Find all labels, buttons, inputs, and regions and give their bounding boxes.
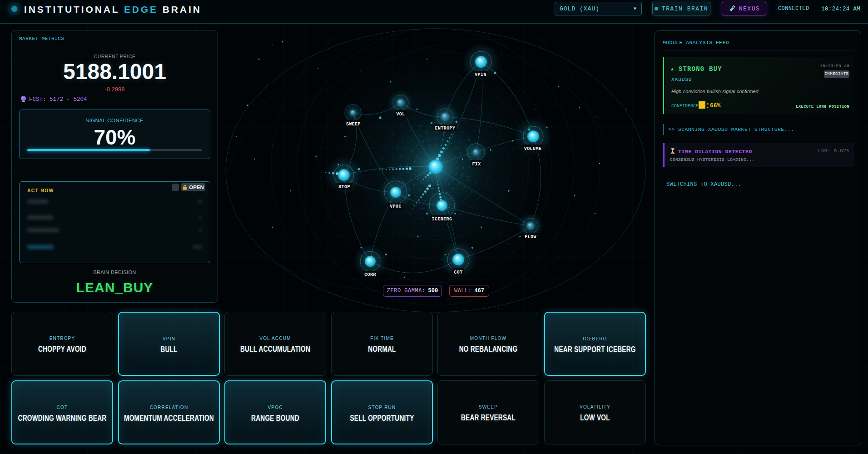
svg-text:VOLUME: VOLUME: [524, 146, 541, 151]
svg-text:FLOW: FLOW: [525, 234, 536, 239]
svg-text:ICEBERG: ICEBERG: [432, 217, 452, 222]
svg-text:COT: COT: [454, 270, 462, 275]
svg-text:VPOC: VPOC: [390, 204, 402, 209]
svg-text:SWEEP: SWEEP: [346, 122, 361, 127]
svg-text:ENTROPY: ENTROPY: [435, 126, 456, 131]
svg-text:VPIN: VPIN: [475, 72, 486, 77]
svg-text:FIX: FIX: [472, 162, 481, 167]
svg-text:STOP: STOP: [338, 185, 350, 190]
svg-text:CORR: CORR: [364, 272, 376, 277]
svg-text:VOL: VOL: [396, 112, 405, 117]
